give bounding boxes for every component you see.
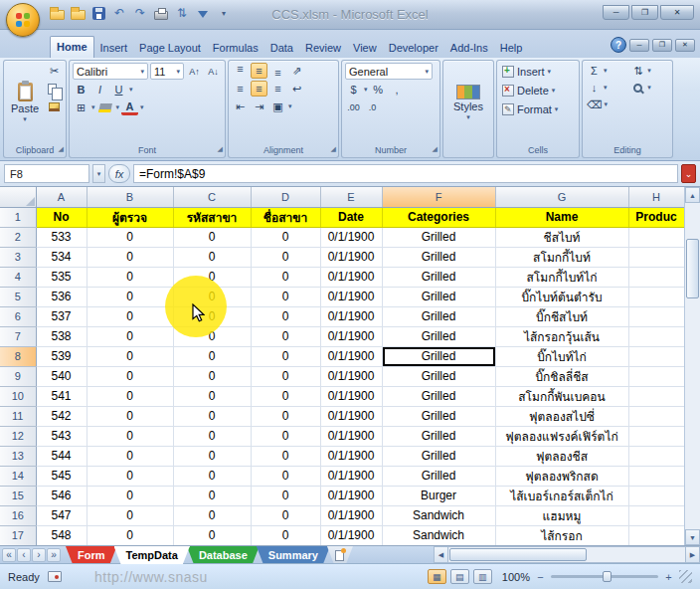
grid-cell[interactable]: บิ๊กไบท์ต้นตำรับ [495,287,628,306]
grid-cell[interactable]: 0 [173,426,251,446]
formula-bar-expand-icon[interactable]: ⌄ [681,164,696,183]
grid-cell[interactable] [628,227,684,247]
grid-cell[interactable]: Grilled [382,306,495,326]
grid-cell[interactable]: 0/1/1900 [320,486,382,505]
grid-cell[interactable]: 548 [36,525,87,545]
paste-button[interactable]: Paste ▾ [7,63,43,143]
chevron-down-icon[interactable]: ▾ [548,68,552,76]
bold-button[interactable]: B [73,82,89,98]
field-header-cell[interactable]: Date [320,207,382,227]
column-letter-cell[interactable]: B [87,187,173,207]
formula-input[interactable]: =Form!$A$9 [133,164,678,183]
vertical-scroll-track[interactable] [685,203,700,529]
vertical-scrollbar[interactable]: ▲ ▼ [684,187,700,545]
autosum-icon[interactable]: Σ [586,63,603,79]
dialog-launcher-icon[interactable]: ◢ [59,143,64,155]
ribbon-tab[interactable]: Formulas [207,38,264,58]
grid-cell[interactable]: 0 [87,486,173,505]
grid-cell[interactable] [628,426,684,446]
workbook-minimize-button[interactable]: ─ [629,39,649,52]
grid-cell[interactable]: 0 [173,326,251,346]
ribbon-tab[interactable]: Home [50,36,94,58]
chevron-down-icon[interactable]: ▾ [604,84,608,92]
field-header-cell[interactable]: No [36,207,87,227]
maximize-button[interactable]: ❐ [631,5,658,20]
sheet-tab[interactable]: Form [66,546,117,564]
grid-cell[interactable]: 0 [173,227,251,247]
grid-cell[interactable]: 0/1/1900 [320,247,382,267]
grid-cell[interactable]: 0 [173,346,251,366]
grid-cell[interactable]: 0/1/1900 [320,267,382,287]
grid-cell[interactable]: 0/1/1900 [320,287,382,306]
grid-cell[interactable]: ไส้กรอกวุ้นเส้น [495,326,628,346]
field-header-cell[interactable]: Produc [628,207,684,227]
workbook-close-button[interactable]: ✕ [675,39,695,52]
dropdown-arrow-icon[interactable]: ▾ [466,113,470,121]
grid-cell[interactable]: 540 [36,366,87,386]
align-middle-icon[interactable]: ≡ [251,63,267,79]
grid-cell[interactable]: ฟุตลองสไปซี่ [495,406,628,426]
ribbon-tab[interactable]: Page Layout [133,38,207,58]
select-all-button[interactable] [0,187,36,207]
column-letter-cell[interactable]: C [173,187,251,207]
sheet-tab[interactable]: Database [187,546,260,564]
chevron-down-icon[interactable]: ▾ [116,103,120,111]
horizontal-scroll-thumb[interactable] [449,548,587,561]
dropdown-arrow-icon[interactable]: ▾ [23,115,27,123]
grid-cell[interactable]: บิ๊กไบท์ไก่ [495,346,628,366]
grid-cell[interactable]: 0 [251,287,320,306]
number-format-select[interactable]: General▾ [345,63,433,80]
field-header-cell[interactable]: รหัสสาขา [173,207,251,227]
ribbon-tab[interactable]: Developer [383,38,444,58]
shrink-font-icon[interactable]: A↓ [205,64,222,80]
ribbon-tab[interactable]: Data [264,38,299,58]
grid-cell[interactable]: 0 [87,426,173,446]
grid-cell[interactable]: 0 [173,486,251,505]
grid-cell[interactable]: สโมกกี้ไบท์ [495,247,628,267]
scroll-left-icon[interactable]: ◀ [434,546,448,563]
grid-cell[interactable] [628,466,684,486]
row-number-cell[interactable]: 6 [0,306,36,326]
grow-font-icon[interactable]: A↑ [186,64,203,80]
align-top-icon[interactable]: ≡ [232,63,249,79]
row-number-cell[interactable]: 1 [0,207,36,227]
grid-cell[interactable]: 0 [87,505,173,525]
grid-cell[interactable]: 544 [36,446,87,466]
row-number-cell[interactable]: 3 [0,247,36,267]
grid-cell[interactable] [628,326,684,346]
grid-cell[interactable]: 537 [36,306,87,326]
grid-cell[interactable] [628,287,684,306]
grid-cell[interactable]: แฮมหมู [495,505,628,525]
grid-cell[interactable]: 534 [36,247,87,267]
zoom-in-icon[interactable]: + [662,570,675,583]
grid-cell[interactable]: 0 [251,227,320,247]
grid-cell[interactable] [628,505,684,525]
fill-icon[interactable]: ↓ [586,80,603,96]
grid-cell[interactable]: 546 [36,486,87,505]
grid-cell[interactable]: 0 [87,227,173,247]
grid-cell[interactable]: 0/1/1900 [320,406,382,426]
next-sheet-icon[interactable]: › [32,548,46,562]
grid-cell[interactable]: Grilled [382,366,495,386]
dialog-launcher-icon[interactable]: ◢ [433,143,438,155]
row-number-cell[interactable]: 7 [0,326,36,346]
office-button[interactable] [6,3,40,37]
grid-cell[interactable]: Grilled [382,426,495,446]
delete-cells-button[interactable]: Delete▾ [500,82,576,98]
workbook-restore-button[interactable]: ❐ [652,39,672,52]
insert-worksheet-tab[interactable] [327,546,353,564]
grid-cell[interactable]: บิ๊กชีสไบท์ [495,306,628,326]
align-bottom-icon[interactable]: ≡ [269,63,286,79]
styles-button[interactable]: Styles ▾ [447,63,489,143]
grid-cell[interactable]: 0 [87,247,173,267]
grid-cell[interactable]: 0 [251,386,320,406]
grid-cell[interactable]: ไส้กรอก [495,525,628,545]
grid-cell[interactable]: 0 [173,505,251,525]
accounting-format-icon[interactable]: $ [345,82,362,98]
grid-cell[interactable]: Burger [382,486,495,505]
scroll-up-icon[interactable]: ▲ [685,187,700,203]
grid-cell[interactable]: Grilled [382,446,495,466]
percent-style-icon[interactable]: % [370,82,387,98]
merge-center-icon[interactable]: ▣ [269,98,286,114]
ribbon-tab[interactable]: Add-Ins [444,38,494,58]
